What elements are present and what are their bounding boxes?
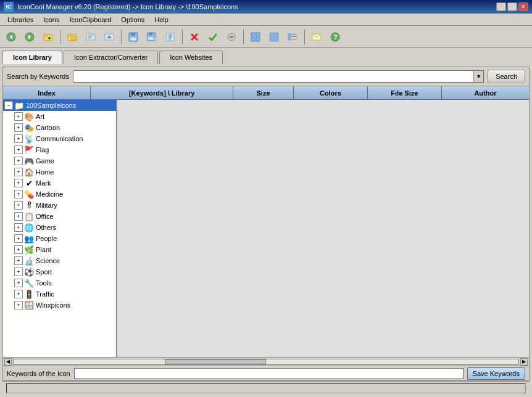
tree-item-office[interactable]: +📋Office bbox=[3, 211, 116, 222]
col-header-colors[interactable]: Colors bbox=[294, 86, 368, 99]
tree-label-cartoon: Cartoon bbox=[36, 124, 60, 131]
expand-home[interactable]: + bbox=[14, 168, 23, 176]
tree-item-plant[interactable]: +🌿Plant bbox=[3, 244, 116, 255]
help-button[interactable]: ? bbox=[326, 28, 344, 46]
expand-tools[interactable]: + bbox=[14, 279, 23, 287]
scrollbar-thumb[interactable] bbox=[165, 359, 266, 364]
tree-item-art[interactable]: +🎨Art bbox=[3, 111, 116, 122]
svg-rect-10 bbox=[71, 36, 77, 40]
expand-military[interactable]: + bbox=[14, 201, 23, 210]
save-keywords-button[interactable]: Save Keywords bbox=[467, 367, 525, 380]
expand-winxpicons[interactable]: + bbox=[14, 301, 23, 309]
expand-plant[interactable]: + bbox=[14, 245, 23, 254]
keywords-input[interactable] bbox=[74, 368, 463, 379]
expand-office[interactable]: + bbox=[14, 212, 23, 221]
svg-rect-21 bbox=[149, 33, 152, 35]
svg-rect-9 bbox=[68, 34, 72, 36]
cancel-button[interactable] bbox=[223, 28, 240, 46]
icon-display-panel bbox=[117, 100, 529, 357]
tree-item-game[interactable]: +🎮Game bbox=[3, 155, 116, 166]
extract-button[interactable] bbox=[101, 28, 118, 46]
tree-icon-flag: 🚩 bbox=[24, 145, 34, 155]
expand-cartoon[interactable]: + bbox=[14, 123, 23, 132]
tree-label-traffic: Traffic bbox=[36, 290, 54, 298]
check-button[interactable] bbox=[204, 28, 222, 46]
delete-button[interactable] bbox=[186, 28, 203, 46]
view-list-button[interactable] bbox=[284, 28, 301, 46]
view-large-button[interactable] bbox=[247, 28, 264, 46]
tree-icon-traffic: 🚦 bbox=[24, 289, 34, 299]
horizontal-scrollbar-area: ◀ ▶ bbox=[3, 357, 529, 366]
horizontal-scrollbar[interactable] bbox=[13, 359, 519, 365]
col-header-filesize[interactable]: File Size bbox=[368, 86, 442, 99]
view-small-button[interactable] bbox=[265, 28, 283, 46]
expand-communication[interactable]: + bbox=[14, 134, 23, 143]
search-button[interactable]: Search bbox=[488, 70, 525, 83]
tree-item-medicine[interactable]: +💊Medicine bbox=[3, 189, 116, 200]
tree-item-tools[interactable]: +🔧Tools bbox=[3, 277, 116, 289]
search-dropdown-arrow[interactable]: ▼ bbox=[473, 71, 483, 82]
properties-button[interactable] bbox=[162, 28, 179, 46]
expand-game[interactable]: + bbox=[14, 157, 23, 165]
tree-item-sport[interactable]: +⚽Sport bbox=[3, 266, 116, 277]
menu-icons[interactable]: Icons bbox=[38, 15, 64, 25]
scroll-left-button[interactable]: ◀ bbox=[4, 358, 12, 366]
menu-help[interactable]: Help bbox=[149, 15, 173, 25]
sep5 bbox=[304, 30, 305, 44]
sep4 bbox=[243, 30, 244, 44]
close-button[interactable]: ✕ bbox=[518, 2, 528, 11]
expand-art[interactable]: + bbox=[14, 112, 23, 121]
tree-item-traffic[interactable]: +🚦Traffic bbox=[3, 289, 116, 300]
menu-libraries[interactable]: Libraries bbox=[2, 15, 38, 25]
svg-rect-5 bbox=[44, 34, 48, 36]
tab-icon-websites[interactable]: Icon Websites bbox=[159, 51, 223, 64]
tree-item-home[interactable]: +🏠Home bbox=[3, 166, 116, 178]
svg-rect-43 bbox=[273, 39, 275, 41]
expand-medicine[interactable]: + bbox=[14, 190, 23, 198]
app-icon: IC bbox=[4, 2, 14, 12]
tree-item-science[interactable]: +🔬Science bbox=[3, 255, 116, 266]
scroll-right-button[interactable]: ▶ bbox=[520, 358, 528, 366]
expand-flag[interactable]: + bbox=[14, 145, 23, 154]
tab-icon-extractor[interactable]: Icon Extractor/Converter bbox=[64, 51, 158, 64]
add-library-button[interactable] bbox=[39, 28, 57, 46]
tree-item-mark[interactable]: +✔Mark bbox=[3, 178, 116, 189]
col-header-author[interactable]: Author bbox=[442, 86, 529, 99]
minimize-button[interactable]: _ bbox=[496, 2, 506, 11]
expand-100sampleicons[interactable]: − bbox=[4, 101, 13, 110]
keywords-label: Keywords of the Icon bbox=[7, 370, 70, 377]
menu-options[interactable]: Options bbox=[116, 15, 149, 25]
tree-item-communication[interactable]: +📡Communication bbox=[3, 133, 116, 144]
expand-traffic[interactable]: + bbox=[14, 290, 23, 298]
tree-label-office: Office bbox=[36, 213, 54, 220]
col-header-keywords[interactable]: [Keywords] \ Library bbox=[91, 86, 233, 99]
svg-rect-18 bbox=[131, 33, 135, 36]
tree-item-military[interactable]: +🎖Military bbox=[3, 200, 116, 211]
tree-item-others[interactable]: +🌐Others bbox=[3, 222, 116, 233]
tree-item-cartoon[interactable]: +🎭Cartoon bbox=[3, 122, 116, 133]
save-all-button[interactable] bbox=[143, 28, 160, 46]
tree-item-people[interactable]: +👥People bbox=[3, 233, 116, 244]
open-button[interactable] bbox=[64, 28, 81, 46]
back-button[interactable] bbox=[2, 28, 20, 46]
col-header-index[interactable]: Index bbox=[3, 86, 91, 99]
search-input[interactable] bbox=[73, 71, 473, 82]
tab-icon-library[interactable]: Icon Library bbox=[2, 51, 62, 64]
tree-item-flag[interactable]: +🚩Flag bbox=[3, 144, 116, 155]
save-button[interactable] bbox=[125, 28, 142, 46]
maximize-button[interactable]: □ bbox=[507, 2, 517, 11]
menu-iconclipboard[interactable]: IconClipboard bbox=[64, 15, 116, 25]
email-button[interactable] bbox=[308, 28, 325, 46]
expand-science[interactable]: + bbox=[14, 256, 23, 265]
col-header-size[interactable]: Size bbox=[233, 86, 294, 99]
forward-button[interactable] bbox=[21, 28, 38, 46]
browse-button[interactable] bbox=[82, 28, 99, 46]
expand-people[interactable]: + bbox=[14, 234, 23, 243]
svg-rect-45 bbox=[288, 33, 291, 35]
expand-sport[interactable]: + bbox=[14, 268, 23, 276]
expand-mark[interactable]: + bbox=[14, 179, 23, 187]
expand-others[interactable]: + bbox=[14, 223, 23, 232]
tree-item-winxpicons[interactable]: +🪟Winxpicons bbox=[3, 300, 116, 311]
tree-item-100sampleicons[interactable]: −📁100Sampleicons bbox=[3, 100, 116, 111]
svg-rect-34 bbox=[251, 38, 255, 41]
